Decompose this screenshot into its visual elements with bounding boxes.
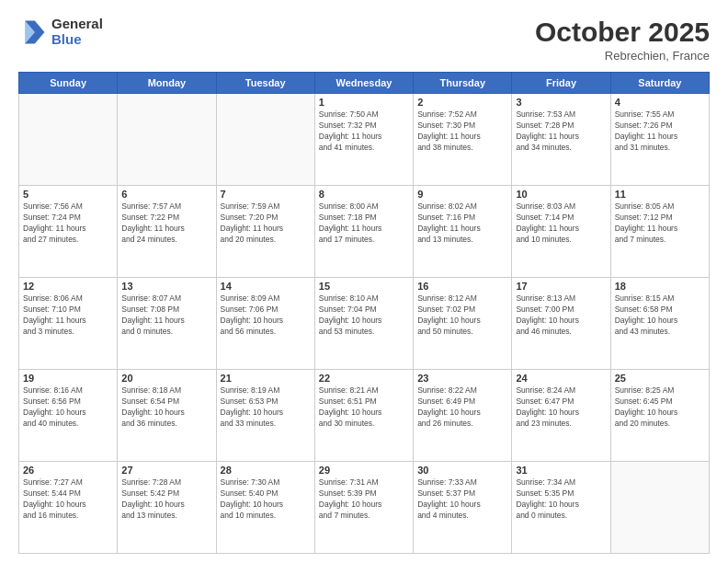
table-row: 18Sunrise: 8:15 AM Sunset: 6:58 PM Dayli…: [610, 278, 709, 370]
logo-text: General Blue: [51, 17, 103, 47]
col-tuesday: Tuesday: [216, 73, 314, 94]
day-number: 24: [516, 373, 606, 384]
day-info: Sunrise: 7:53 AM Sunset: 7:28 PM Dayligh…: [516, 109, 606, 154]
day-number: 27: [121, 465, 211, 476]
calendar-week-row: 26Sunrise: 7:27 AM Sunset: 5:44 PM Dayli…: [19, 462, 710, 554]
day-info: Sunrise: 8:07 AM Sunset: 7:08 PM Dayligh…: [121, 293, 211, 338]
table-row: 7Sunrise: 7:59 AM Sunset: 7:20 PM Daylig…: [216, 186, 314, 278]
table-row: [19, 94, 118, 186]
location-subtitle: Rebrechien, France: [535, 49, 710, 63]
table-row: [610, 462, 709, 554]
table-row: 9Sunrise: 8:02 AM Sunset: 7:16 PM Daylig…: [414, 186, 512, 278]
col-saturday: Saturday: [610, 73, 709, 94]
day-number: 29: [319, 465, 409, 476]
col-sunday: Sunday: [19, 73, 118, 94]
table-row: 24Sunrise: 8:24 AM Sunset: 6:47 PM Dayli…: [512, 370, 610, 462]
calendar-week-row: 19Sunrise: 8:16 AM Sunset: 6:56 PM Dayli…: [19, 370, 710, 462]
day-info: Sunrise: 8:00 AM Sunset: 7:18 PM Dayligh…: [319, 201, 409, 246]
day-number: 21: [221, 373, 311, 384]
day-number: 1: [319, 97, 409, 108]
day-info: Sunrise: 8:25 AM Sunset: 6:45 PM Dayligh…: [615, 385, 705, 430]
page: General Blue October 2025 Rebrechien, Fr…: [0, 0, 728, 563]
day-info: Sunrise: 8:22 AM Sunset: 6:49 PM Dayligh…: [417, 385, 507, 430]
table-row: 3Sunrise: 7:53 AM Sunset: 7:28 PM Daylig…: [512, 94, 610, 186]
day-info: Sunrise: 7:34 AM Sunset: 5:35 PM Dayligh…: [516, 477, 606, 522]
day-number: 12: [23, 281, 113, 292]
day-info: Sunrise: 7:52 AM Sunset: 7:30 PM Dayligh…: [417, 109, 507, 154]
table-row: 19Sunrise: 8:16 AM Sunset: 6:56 PM Dayli…: [19, 370, 118, 462]
day-number: 26: [23, 465, 113, 476]
table-row: 23Sunrise: 8:22 AM Sunset: 6:49 PM Dayli…: [414, 370, 512, 462]
month-title: October 2025: [535, 17, 710, 47]
day-info: Sunrise: 8:19 AM Sunset: 6:53 PM Dayligh…: [221, 385, 311, 430]
table-row: 15Sunrise: 8:10 AM Sunset: 7:04 PM Dayli…: [314, 278, 413, 370]
day-number: 15: [319, 281, 409, 292]
table-row: 25Sunrise: 8:25 AM Sunset: 6:45 PM Dayli…: [610, 370, 709, 462]
day-number: 3: [516, 97, 606, 108]
table-row: 2Sunrise: 7:52 AM Sunset: 7:30 PM Daylig…: [414, 94, 512, 186]
day-info: Sunrise: 7:33 AM Sunset: 5:37 PM Dayligh…: [417, 477, 507, 522]
calendar-body: 1Sunrise: 7:50 AM Sunset: 7:32 PM Daylig…: [19, 94, 710, 554]
table-row: 12Sunrise: 8:06 AM Sunset: 7:10 PM Dayli…: [19, 278, 118, 370]
day-info: Sunrise: 8:10 AM Sunset: 7:04 PM Dayligh…: [319, 293, 409, 338]
day-number: 20: [121, 373, 211, 384]
day-info: Sunrise: 8:02 AM Sunset: 7:16 PM Dayligh…: [417, 201, 507, 246]
day-info: Sunrise: 8:15 AM Sunset: 6:58 PM Dayligh…: [615, 293, 705, 338]
day-info: Sunrise: 8:05 AM Sunset: 7:12 PM Dayligh…: [615, 201, 705, 246]
day-info: Sunrise: 7:50 AM Sunset: 7:32 PM Dayligh…: [319, 109, 409, 154]
day-info: Sunrise: 7:55 AM Sunset: 7:26 PM Dayligh…: [615, 109, 705, 154]
day-info: Sunrise: 8:09 AM Sunset: 7:06 PM Dayligh…: [221, 293, 311, 338]
table-row: 4Sunrise: 7:55 AM Sunset: 7:26 PM Daylig…: [610, 94, 709, 186]
day-number: 10: [516, 189, 606, 200]
calendar-week-row: 12Sunrise: 8:06 AM Sunset: 7:10 PM Dayli…: [19, 278, 710, 370]
day-number: 31: [516, 465, 606, 476]
day-info: Sunrise: 7:30 AM Sunset: 5:40 PM Dayligh…: [221, 477, 311, 522]
table-row: [118, 94, 216, 186]
logo: General Blue: [18, 17, 103, 47]
day-info: Sunrise: 8:21 AM Sunset: 6:51 PM Dayligh…: [319, 385, 409, 430]
day-info: Sunrise: 8:12 AM Sunset: 7:02 PM Dayligh…: [417, 293, 507, 338]
col-monday: Monday: [118, 73, 216, 94]
col-friday: Friday: [512, 73, 610, 94]
table-row: 29Sunrise: 7:31 AM Sunset: 5:39 PM Dayli…: [314, 462, 413, 554]
day-info: Sunrise: 8:18 AM Sunset: 6:54 PM Dayligh…: [121, 385, 211, 430]
table-row: 20Sunrise: 8:18 AM Sunset: 6:54 PM Dayli…: [118, 370, 216, 462]
day-number: 16: [417, 281, 507, 292]
day-info: Sunrise: 8:13 AM Sunset: 7:00 PM Dayligh…: [516, 293, 606, 338]
day-number: 6: [121, 189, 211, 200]
day-number: 28: [221, 465, 311, 476]
calendar-week-row: 5Sunrise: 7:56 AM Sunset: 7:24 PM Daylig…: [19, 186, 710, 278]
day-number: 2: [417, 97, 507, 108]
day-info: Sunrise: 7:59 AM Sunset: 7:20 PM Dayligh…: [221, 201, 311, 246]
table-row: 21Sunrise: 8:19 AM Sunset: 6:53 PM Dayli…: [216, 370, 314, 462]
day-info: Sunrise: 8:24 AM Sunset: 6:47 PM Dayligh…: [516, 385, 606, 430]
day-number: 18: [615, 281, 705, 292]
day-info: Sunrise: 7:27 AM Sunset: 5:44 PM Dayligh…: [23, 477, 113, 522]
table-row: 8Sunrise: 8:00 AM Sunset: 7:18 PM Daylig…: [314, 186, 413, 278]
day-number: 11: [615, 189, 705, 200]
table-row: 14Sunrise: 8:09 AM Sunset: 7:06 PM Dayli…: [216, 278, 314, 370]
day-number: 13: [121, 281, 211, 292]
day-info: Sunrise: 8:16 AM Sunset: 6:56 PM Dayligh…: [23, 385, 113, 430]
table-row: 16Sunrise: 8:12 AM Sunset: 7:02 PM Dayli…: [414, 278, 512, 370]
calendar-week-row: 1Sunrise: 7:50 AM Sunset: 7:32 PM Daylig…: [19, 94, 710, 186]
day-number: 5: [23, 189, 113, 200]
table-row: 26Sunrise: 7:27 AM Sunset: 5:44 PM Dayli…: [19, 462, 118, 554]
table-row: [216, 94, 314, 186]
day-info: Sunrise: 7:28 AM Sunset: 5:42 PM Dayligh…: [121, 477, 211, 522]
day-number: 8: [319, 189, 409, 200]
day-number: 23: [417, 373, 507, 384]
table-row: 13Sunrise: 8:07 AM Sunset: 7:08 PM Dayli…: [118, 278, 216, 370]
day-number: 19: [23, 373, 113, 384]
table-row: 28Sunrise: 7:30 AM Sunset: 5:40 PM Dayli…: [216, 462, 314, 554]
day-number: 4: [615, 97, 705, 108]
logo-general-text: General: [51, 17, 103, 32]
table-row: 31Sunrise: 7:34 AM Sunset: 5:35 PM Dayli…: [512, 462, 610, 554]
table-row: 27Sunrise: 7:28 AM Sunset: 5:42 PM Dayli…: [118, 462, 216, 554]
table-row: 30Sunrise: 7:33 AM Sunset: 5:37 PM Dayli…: [414, 462, 512, 554]
col-thursday: Thursday: [414, 73, 512, 94]
table-row: 17Sunrise: 8:13 AM Sunset: 7:00 PM Dayli…: [512, 278, 610, 370]
calendar-table: Sunday Monday Tuesday Wednesday Thursday…: [18, 72, 710, 554]
calendar-header-row: Sunday Monday Tuesday Wednesday Thursday…: [19, 73, 710, 94]
day-info: Sunrise: 7:57 AM Sunset: 7:22 PM Dayligh…: [121, 201, 211, 246]
